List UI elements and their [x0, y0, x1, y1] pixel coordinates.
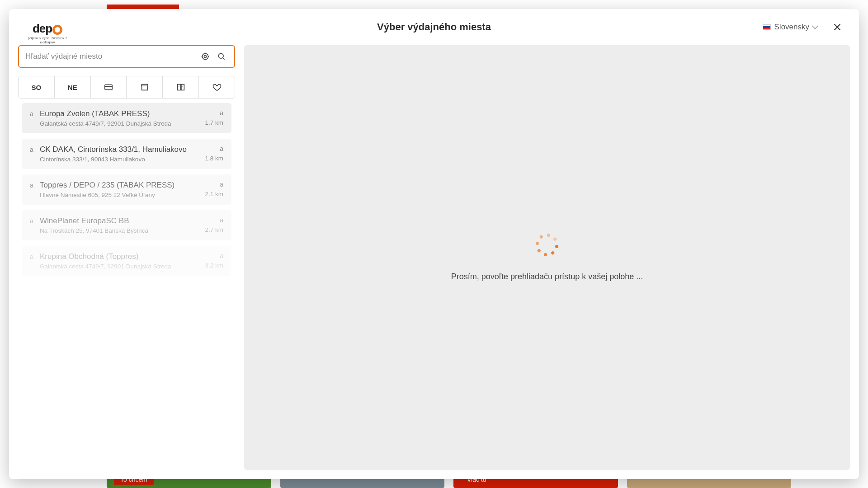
close-icon [832, 22, 842, 32]
result-address: Galantská cesta 4749/7, 92901 Dunajská S… [40, 263, 195, 270]
geolocate-button[interactable] [199, 50, 212, 63]
chevron-down-icon [812, 23, 818, 29]
filter-sunday[interactable]: NE [55, 76, 91, 98]
svg-point-1 [202, 53, 208, 59]
depo-logo: dep príjem a výdaj zásielok z e-shopov [27, 22, 68, 45]
result-address: Cintorínska 333/1, 90043 Hamuliakovo [40, 156, 195, 163]
result-status-right: a [220, 145, 223, 152]
result-status: a [30, 109, 34, 117]
logo-word: dep [33, 22, 52, 36]
logo-subtitle: príjem a výdaj zásielok z e-shopov [27, 37, 68, 45]
result-status-right: a [220, 181, 223, 188]
result-distance: 1.8 km [205, 155, 223, 162]
result-address: Galantská cesta 4749/7, 92901 Dunajská S… [40, 120, 195, 127]
result-name: WinePlanet EuropaSC BB [40, 216, 195, 225]
filter-row: SO NE [18, 76, 235, 99]
result-status-right: a [220, 216, 223, 224]
store-icon [140, 82, 150, 92]
search-button[interactable] [215, 50, 228, 63]
filter-locker[interactable] [163, 76, 199, 98]
filter-store[interactable] [127, 76, 163, 98]
close-button[interactable] [831, 21, 844, 33]
result-item[interactable]: a Toppres / DEPO / 235 (TABAK PRESS) Hla… [22, 174, 231, 205]
result-item[interactable]: a Krupina Obchodná (Toppres) Galantská c… [22, 246, 231, 276]
crosshair-icon [201, 52, 210, 61]
result-status: a [30, 216, 34, 225]
language-selector[interactable]: Slovensky [763, 9, 817, 45]
pickup-modal: dep príjem a výdaj zásielok z e-shopov V… [9, 9, 859, 479]
result-distance: 3.2 km [205, 262, 223, 269]
loading-spinner-icon [536, 234, 558, 256]
result-name: Toppres / DEPO / 235 (TABAK PRESS) [40, 181, 195, 190]
result-distance: 2.7 km [205, 226, 223, 233]
result-name: CK DAKA, Cintorínska 333/1, Hamuliakovo [40, 145, 195, 154]
result-item[interactable]: a Europa Zvolen (TABAK PRESS) Galantská … [22, 103, 231, 133]
logo-o-icon [52, 25, 62, 35]
heart-icon [212, 82, 222, 92]
result-address: Na Troskách 25, 97401 Banská Bystrica [40, 227, 195, 234]
language-label: Slovensky [774, 23, 809, 32]
svg-rect-5 [181, 84, 184, 90]
svg-rect-3 [105, 85, 113, 90]
flag-icon [763, 24, 771, 30]
modal-body: SO NE [9, 45, 859, 479]
credit-card-icon [104, 82, 113, 92]
result-status: a [30, 252, 34, 260]
result-name: Europa Zvolen (TABAK PRESS) [40, 109, 195, 118]
search-input[interactable] [25, 52, 195, 61]
svg-rect-4 [177, 84, 180, 90]
search-icon [217, 52, 226, 61]
result-status: a [30, 145, 34, 153]
result-distance: 2.1 km [205, 191, 223, 197]
result-name: Krupina Obchodná (Toppres) [40, 252, 195, 261]
result-address: Hlavné Námestie 605, 925 22 Veľké Úľany [40, 192, 195, 198]
result-item[interactable]: a WinePlanet EuropaSC BB Na Troskách 25,… [22, 210, 231, 240]
modal-title: Výber výdajného miesta [377, 21, 491, 33]
map-panel: Prosím, povoľte prehliadaču prístup k va… [244, 45, 850, 470]
filter-card-payment[interactable] [91, 76, 127, 98]
result-status-right: a [220, 252, 223, 259]
result-distance: 1.7 km [205, 119, 223, 126]
left-panel: SO NE [18, 45, 235, 470]
filter-favorites[interactable] [199, 76, 235, 98]
depo-logo-text: dep [33, 22, 62, 36]
svg-point-2 [218, 53, 223, 58]
result-status-right: a [220, 109, 223, 117]
result-status: a [30, 181, 34, 189]
results-list[interactable]: a Europa Zvolen (TABAK PRESS) Galantská … [18, 103, 235, 470]
locker-icon [176, 82, 186, 92]
svg-point-0 [204, 56, 207, 58]
result-item[interactable]: a CK DAKA, Cintorínska 333/1, Hamuliakov… [22, 139, 231, 169]
loading-text: Prosím, povoľte prehliadaču prístup k va… [451, 272, 643, 282]
search-box [18, 45, 235, 68]
filter-saturday[interactable]: SO [19, 76, 55, 98]
modal-header: dep príjem a výdaj zásielok z e-shopov V… [9, 9, 859, 45]
